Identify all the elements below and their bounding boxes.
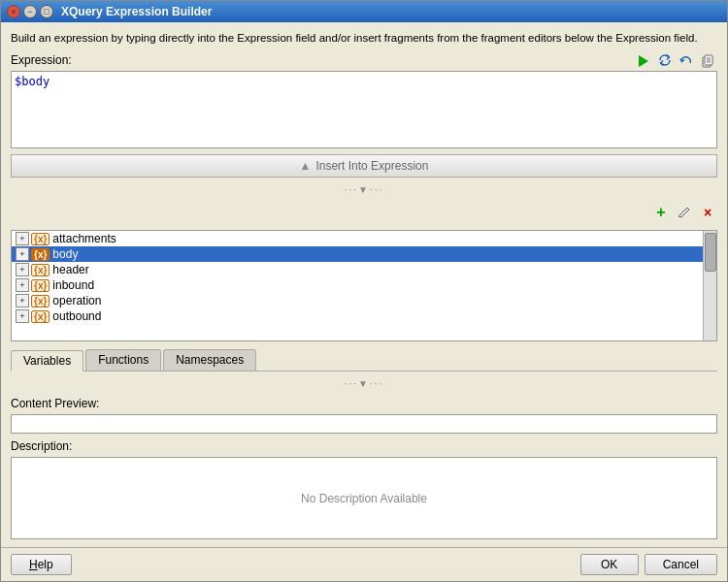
expand-icon[interactable]: + (16, 294, 29, 307)
instruction-text: Build an expression by typing directly i… (11, 30, 717, 46)
svg-marker-0 (639, 55, 648, 67)
tree-item-label: inbound (52, 278, 94, 292)
scrollbar[interactable] (703, 231, 716, 340)
tree-item[interactable]: + {x} body (12, 246, 703, 262)
expand-icon[interactable]: + (16, 278, 29, 292)
node-type-icon: {x} (31, 279, 50, 292)
node-type-icon: {x} (31, 310, 50, 323)
tab-namespaces[interactable]: Namespaces (163, 349, 256, 371)
divider-dots-top: ···▼··· (11, 183, 717, 197)
tree-item-label: attachments (52, 232, 116, 245)
scroll-thumb[interactable] (705, 233, 716, 272)
help-button[interactable]: Help (11, 554, 72, 575)
preview-label: Content Preview: (11, 397, 717, 410)
expand-icon[interactable]: + (16, 232, 29, 245)
insert-button[interactable]: ▲ Insert Into Expression (11, 154, 717, 178)
edit-icon[interactable] (675, 203, 694, 222)
tab-functions[interactable]: Functions (85, 349, 161, 371)
tree-item[interactable]: + {x} inbound (12, 277, 703, 293)
copy-button[interactable] (698, 51, 717, 71)
tree-item[interactable]: + {x} header (12, 262, 703, 277)
bottom-bar: Help OK Cancel (1, 547, 727, 581)
tree-item-label: header (52, 263, 88, 276)
ok-button[interactable]: OK (580, 554, 639, 575)
tree-item-label: body (52, 247, 78, 261)
tree-section[interactable]: + {x} attachments + {x} body + {x} heade… (11, 230, 717, 341)
node-type-icon: {x} (31, 295, 50, 307)
description-label: Description: (11, 439, 717, 453)
minimize-button[interactable]: − (23, 5, 37, 18)
tab-variables[interactable]: Variables (11, 350, 83, 372)
expand-icon[interactable]: + (16, 309, 29, 323)
cancel-button[interactable]: Cancel (645, 554, 717, 575)
tree-item-label: operation (52, 294, 101, 307)
preview-input[interactable] (11, 414, 717, 434)
expand-icon[interactable]: + (16, 247, 29, 261)
main-content: Build an expression by typing directly i… (1, 22, 727, 547)
window-title: XQuery Expression Builder (61, 5, 212, 18)
preview-section: Content Preview: (11, 397, 717, 434)
expression-area: Expression: (11, 51, 717, 148)
insert-icon: ▲ (300, 159, 312, 173)
expression-label: Expression: (11, 53, 72, 67)
window-controls: × − □ (7, 5, 53, 18)
node-type-icon: {x} (31, 264, 50, 276)
bottom-right-buttons: OK Cancel (580, 554, 717, 575)
description-section: Description: No Description Available (11, 439, 717, 539)
close-button[interactable]: × (7, 5, 20, 18)
tabs-bar: Variables Functions Namespaces (11, 349, 717, 372)
tree-item[interactable]: + {x} operation (12, 293, 703, 308)
maximize-button[interactable]: □ (40, 5, 53, 18)
add-icon[interactable]: + (651, 203, 671, 222)
no-description-text: No Description Available (301, 492, 427, 505)
title-bar: × − □ XQuery Expression Builder (1, 1, 727, 22)
tree-item-label: outbound (52, 309, 101, 323)
tree-item[interactable]: + {x} attachments (12, 231, 703, 246)
run-button[interactable] (634, 51, 653, 71)
tree-toolbar: + × (11, 203, 717, 222)
delete-icon[interactable]: × (698, 203, 717, 222)
refresh-button[interactable] (655, 51, 675, 71)
insert-label: Insert Into Expression (315, 159, 428, 173)
description-box: No Description Available (11, 457, 717, 539)
undo-button[interactable] (677, 51, 696, 71)
expand-icon[interactable]: + (16, 263, 29, 276)
divider-dots-bottom: ···▼··· (11, 377, 717, 391)
expression-input[interactable]: $body (11, 71, 717, 148)
tree-item[interactable]: + {x} outbound (12, 308, 703, 324)
node-type-icon: {x} (31, 248, 50, 261)
main-window: × − □ XQuery Expression Builder Build an… (0, 0, 728, 582)
node-type-icon: {x} (31, 233, 50, 245)
expression-toolbar (634, 51, 717, 71)
